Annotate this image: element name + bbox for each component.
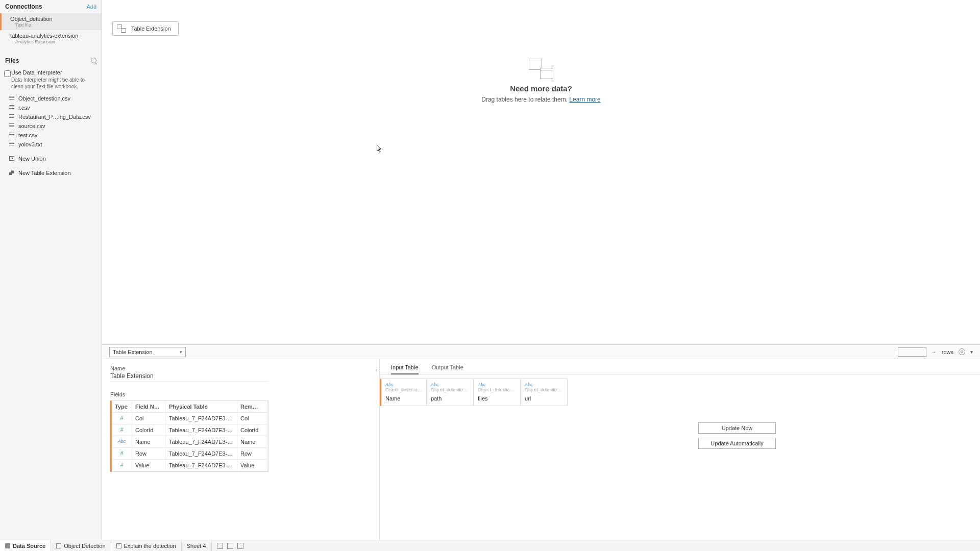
table-extension-icon [117,24,126,33]
table-row[interactable]: #ValueTableau_7_F24AD7E3-5DA8-…Value [112,460,268,471]
new-dashboard-button[interactable] [227,543,233,549]
fields-label: Fields [110,391,371,397]
new-union-label: New Union [18,156,46,162]
need-more-desc: Drag tables here to relate them. Learn m… [439,96,643,103]
sheet-tab[interactable]: Sheet 4 [182,540,212,551]
sheet-tab[interactable]: Explain the detection [111,540,182,551]
rows-label: rows [942,349,953,355]
chevron-down-icon[interactable]: ▾ [970,349,973,355]
details-left: ‹ Name Table Extension Fields Type Field… [102,359,380,540]
table-extension-pill[interactable]: Table Extension [112,21,179,36]
data-interpreter-row: Use Data Interpreter Data Interpreter mi… [0,67,102,94]
sheet-tabs-footer: Data SourceObject DetectionExplain the d… [0,540,980,551]
input-table-grid: AbcObject_detestion.csvNameAbcObject_det… [380,379,980,406]
data-grid-toolbar: Table Extension → rows ▾ [102,344,980,359]
files-label: Files [5,57,19,64]
footer-tools [212,540,249,551]
file-item[interactable]: source.csv [0,121,102,131]
search-icon[interactable] [91,58,96,63]
table-icon [9,96,14,101]
table-row[interactable]: #ColTableau_7_F24AD7E3-5DA8-…Col [112,413,268,424]
name-label: Name [110,365,371,371]
cursor-icon [377,144,382,152]
file-item[interactable]: yolov3.txt [0,140,102,149]
fields-table: Type Field Name Physical Table Rem… #Col… [110,400,268,472]
table-selector[interactable]: Table Extension [109,347,186,357]
data-interpreter-desc: Data Interpreter might be able to clean … [11,77,96,90]
file-item[interactable]: r.csv [0,103,102,112]
add-connection-link[interactable]: Add [86,4,96,10]
details-right: Input Table Output Table AbcObject_detes… [380,359,980,540]
need-more-title: Need more data? [439,84,643,93]
table-row[interactable]: #RowTableau_7_F24AD7E3-5DA8-…Row [112,448,268,460]
table-icon [9,105,14,110]
grid-column[interactable]: AbcObject_detestion.csvfiles [474,379,521,406]
collapse-left-button[interactable]: ‹ [373,365,380,374]
tab-input-table[interactable]: Input Table [391,364,419,374]
arrow-right-icon: → [932,349,937,355]
relate-tables-icon [526,59,556,79]
io-tabs: Input Table Output Table [380,359,980,374]
file-item[interactable]: test.csv [0,131,102,140]
new-table-extension-item[interactable]: New Table Extension [0,168,102,178]
sheet-tab[interactable]: Object Detection [51,540,111,551]
table-icon [9,133,14,137]
sheet-icon [116,543,121,548]
file-item[interactable]: Object_detestion.csv [0,94,102,103]
need-more-data-prompt: Need more data? Drag tables here to rela… [439,59,643,103]
sheet-icon [56,543,61,548]
table-icon [9,123,14,128]
pill-label: Table Extension [131,26,171,32]
rows-input[interactable] [898,347,926,357]
new-worksheet-button[interactable] [217,543,223,549]
tab-output-table[interactable]: Output Table [432,364,463,374]
update-now-button[interactable]: Update Now [698,422,776,434]
data-interpreter-label: Use Data Interpreter [11,69,96,76]
connections-label: Connections [5,3,42,10]
fields-table-header: Type Field Name Physical Table Rem… [112,401,268,413]
data-interpreter-checkbox[interactable] [4,70,11,77]
union-icon [9,156,14,161]
new-union-item[interactable]: New Union [0,154,102,163]
grid-column[interactable]: AbcObject_detestion.csvurl [521,379,568,406]
table-icon [9,114,14,119]
grid-column[interactable]: AbcObject_detestion.csvpath [427,379,474,406]
extension-icon [9,170,14,175]
learn-more-link[interactable]: Learn more [569,96,600,103]
name-value[interactable]: Table Extension [110,372,371,380]
sheet-tab[interactable]: Data Source [0,540,51,551]
new-story-button[interactable] [237,543,243,549]
file-item[interactable]: Restaurant_P…ing_Data.csv [0,112,102,121]
connection-item[interactable]: tableau-analytics-extensionAnalytics Ext… [0,30,102,47]
ds-icon [5,543,10,548]
connection-item[interactable]: Object_detestionText file [0,13,102,30]
table-row[interactable]: AbcNameTableau_7_F24AD7E3-5DA8-…Name [112,436,268,448]
files-header: Files [0,54,102,67]
sidebar: Connections Add Object_detestionText fil… [0,0,102,540]
grid-column[interactable]: AbcObject_detestion.csvName [380,379,427,406]
connections-header: Connections Add [0,0,102,13]
settings-icon[interactable] [959,348,965,355]
relationship-canvas[interactable]: Table Extension Need more data? Drag tab… [102,0,980,344]
table-row[interactable]: #ColorIdTableau_7_F24AD7E3-5DA8-…ColorId [112,424,268,436]
new-table-extension-label: New Table Extension [18,170,71,176]
update-automatically-button[interactable]: Update Automatically [698,438,776,449]
details-panel: ‹ Name Table Extension Fields Type Field… [102,359,980,540]
table-icon [9,142,14,146]
